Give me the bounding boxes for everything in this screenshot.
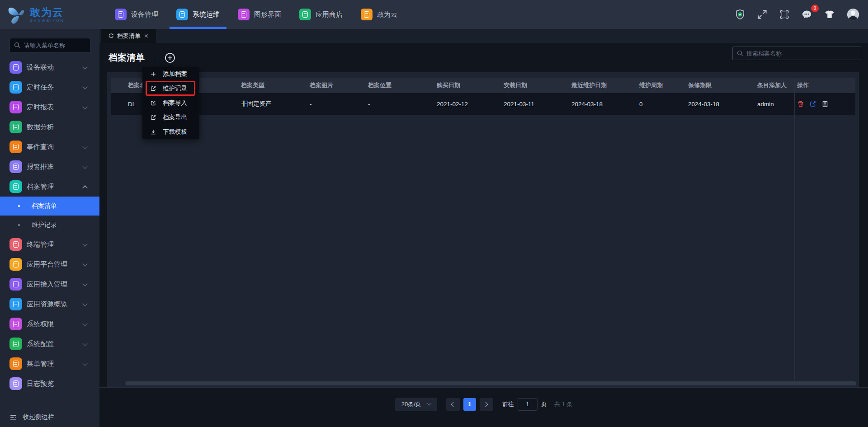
sidebar-subitem-maintenance-record[interactable]: 维护记录: [0, 216, 99, 235]
export-icon: [150, 114, 156, 121]
sidebar-item-terminal-management[interactable]: 终端管理: [0, 235, 99, 254]
theme-shirt-icon[interactable]: [823, 8, 836, 21]
nav-item-ganweiyun[interactable]: 敢为云: [352, 0, 406, 29]
log-preview-icon: [9, 377, 22, 390]
app-resource-icon: [9, 298, 22, 310]
nav-item-app-store[interactable]: 应用商店: [290, 0, 352, 29]
sidebar-item-label: 日志预览: [27, 380, 54, 388]
horizontal-scrollbar[interactable]: [125, 381, 856, 385]
timed-report-icon: [9, 101, 22, 113]
next-page-button[interactable]: [480, 398, 493, 411]
download-icon: [150, 129, 156, 135]
system-config-icon: [9, 338, 22, 350]
sidebar-item-label: 应用资源概览: [27, 300, 67, 309]
sidebar-item-event-query[interactable]: 事件查询: [0, 137, 99, 157]
cell-maintain-cycle: 0: [639, 101, 688, 108]
toolbar-divider: [154, 53, 154, 63]
tab-bar: 档案清单: [99, 29, 868, 43]
navbar-actions: 0: [734, 0, 860, 29]
chevron-down-icon: [82, 361, 87, 366]
device-linkage-icon: [9, 61, 22, 74]
sidebar-item-system-config[interactable]: 系统配置: [0, 334, 99, 354]
sidebar-search-input[interactable]: [9, 38, 90, 53]
nav-label: 系统运维: [193, 10, 220, 19]
prev-page-button[interactable]: [446, 398, 460, 411]
tab-archive-list[interactable]: 档案清单: [101, 29, 156, 43]
message-icon[interactable]: 0: [801, 9, 813, 21]
menu-item-archive-export[interactable]: 档案导出: [142, 110, 199, 125]
archive-search-input[interactable]: [732, 47, 861, 60]
sidebar-search: [9, 38, 90, 53]
sidebar-subitem-label: 维护记录: [32, 221, 57, 229]
pagination: 20条/页 1 前往 页 共 1 条: [99, 388, 868, 427]
security-shield-icon[interactable]: [734, 9, 746, 20]
collapse-sidebar-button[interactable]: 收起侧边栏: [0, 407, 99, 427]
refresh-icon[interactable]: [108, 33, 114, 39]
sidebar-subitem-archive-list[interactable]: 档案清单: [0, 197, 99, 216]
search-icon: [14, 42, 20, 48]
page-size-select[interactable]: 20条/页: [395, 398, 437, 411]
menu-item-label: 档案导出: [163, 113, 187, 122]
sidebar-item-app-platform[interactable]: 应用平台管理: [0, 254, 99, 274]
current-page-button[interactable]: 1: [463, 398, 476, 411]
document-icon[interactable]: [821, 100, 829, 108]
edit-icon: [150, 85, 156, 92]
menu-item-label: 添加档案: [163, 70, 187, 78]
sidebar-item-label: 定时报表: [27, 103, 54, 112]
goto-page-input[interactable]: [518, 398, 538, 411]
plus-icon: [150, 71, 156, 77]
page-title: 档案清单: [108, 52, 145, 64]
total-count-label: 共 1 条: [554, 400, 572, 408]
column-header: 安装日期: [504, 81, 571, 89]
nav-label: 设备管理: [131, 10, 158, 19]
sidebar-item-archive-management[interactable]: 档案管理: [0, 177, 99, 197]
archive-management-icon: [9, 180, 22, 193]
nav-item-system-ops[interactable]: 系统运维: [167, 0, 229, 29]
avatar[interactable]: [846, 8, 860, 21]
edit-icon[interactable]: [809, 100, 816, 108]
fullscreen-icon[interactable]: [756, 9, 768, 20]
sidebar-item-label: 菜单管理: [27, 360, 54, 368]
app-window: 敢为云 GANWEIYUN 设备管理 系统运维 图形界面 应用商店: [0, 0, 868, 427]
chevron-down-icon: [82, 241, 87, 246]
sidebar-item-data-analysis[interactable]: 数据分析: [0, 117, 99, 137]
sidebar-item-menu-management[interactable]: 菜单管理: [0, 354, 99, 374]
bullet-dot-icon: [18, 224, 20, 226]
column-header: 最近维护日期: [571, 81, 639, 89]
system-ops-icon: [176, 9, 188, 20]
add-actions-dropdown: 添加档案 维护记录 档案导入: [142, 67, 199, 139]
chevron-up-icon: [82, 185, 87, 190]
delete-icon[interactable]: [797, 100, 804, 108]
menu-item-download-template[interactable]: 下载模板: [142, 125, 199, 139]
sidebar-item-app-resource[interactable]: 应用资源概览: [0, 294, 99, 314]
sidebar-item-timed-report[interactable]: 定时报表: [0, 97, 99, 117]
column-header: 维护周期: [639, 81, 688, 89]
frame-capture-icon[interactable]: [778, 9, 790, 20]
sidebar-item-label: 数据分析: [27, 123, 54, 131]
sidebar-item-label: 设备联动: [27, 63, 54, 72]
sidebar-item-system-permission[interactable]: 系统权限: [0, 314, 99, 334]
nav-item-device-management[interactable]: 设备管理: [106, 0, 167, 29]
nav-item-graphic-ui[interactable]: 图形界面: [229, 0, 290, 29]
sidebar-item-timed-task[interactable]: 定时任务: [0, 77, 99, 97]
menu-item-archive-import[interactable]: 档案导入: [142, 96, 199, 110]
sidebar-item-alarm-schedule[interactable]: 报警排班: [0, 157, 99, 177]
sidebar-item-device-linkage[interactable]: 设备联动: [0, 57, 99, 77]
cell-archive-type: 非固定资产: [241, 100, 310, 108]
terminal-management-icon: [9, 238, 22, 251]
table-panel: 档案名称 档案类型 档案图片 档案位置 购买日期 安装日期 最近维护日期 维护周…: [107, 72, 859, 387]
sidebar-menu: 设备联动 定时任务 定时报表 数据分析: [0, 57, 99, 394]
close-icon[interactable]: [144, 33, 149, 38]
menu-management-icon: [9, 357, 22, 370]
cell-purchase-date: 2021-02-12: [437, 101, 504, 108]
cell-warranty: 2024-03-18: [688, 101, 757, 108]
menu-item-maintenance-record[interactable]: 维护记录: [142, 81, 199, 96]
add-actions-button[interactable]: [164, 52, 176, 64]
menu-item-add-archive[interactable]: 添加档案: [142, 67, 199, 81]
column-header: 档案位置: [368, 81, 437, 89]
brand-subtitle: GANWEIYUN: [30, 19, 64, 23]
sidebar-item-app-access[interactable]: 应用接入管理: [0, 274, 99, 294]
sidebar-item-log-preview[interactable]: 日志预览: [0, 374, 99, 394]
archive-search: [732, 47, 861, 60]
menu-item-label: 维护记录: [163, 84, 187, 93]
